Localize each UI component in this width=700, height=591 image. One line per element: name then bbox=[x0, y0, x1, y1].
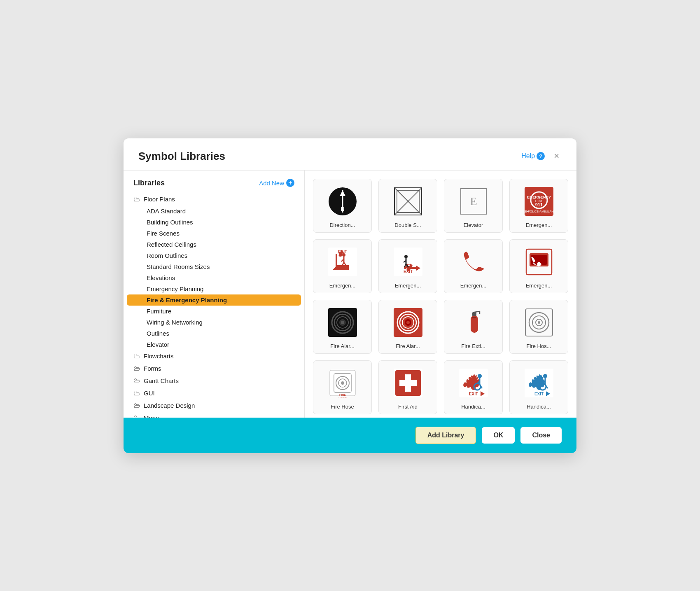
symbol-icon-fire-hose-reel bbox=[523, 306, 555, 339]
sidebar-item-outlines[interactable]: Outlines bbox=[124, 328, 304, 339]
symbol-icon-emergency-dial: EMERGENCY DIAL 911 FIRE•POLICE•AMBULANCE bbox=[523, 185, 555, 218]
svg-text:FIRE: FIRE bbox=[339, 393, 346, 396]
sidebar-item-fire-scenes[interactable]: Fire Scenes bbox=[124, 228, 304, 239]
symbol-card-fire-alarm-1[interactable]: Fire Alar... bbox=[313, 300, 372, 354]
symbol-icon-emergency-exit-2: EXIT bbox=[392, 245, 425, 278]
sidebar: Libraries Add New + 🗁Floor PlansADA Stan… bbox=[124, 171, 305, 418]
svg-point-48 bbox=[406, 321, 410, 324]
folder-icon: 🗁 bbox=[133, 377, 140, 385]
symbol-card-fire-alarm-2[interactable]: Fire Alar... bbox=[378, 300, 437, 354]
symbol-card-emergency-phone[interactable]: Emergen... bbox=[444, 239, 503, 293]
symbol-grid: N Direction... Double S... E Elevator bbox=[313, 179, 568, 414]
sidebar-item-ada-standard[interactable]: ADA Standard bbox=[124, 206, 304, 217]
symbol-icon-fire-alarm-1 bbox=[326, 306, 359, 339]
symbol-card-elevator[interactable]: E Elevator bbox=[444, 179, 503, 233]
svg-point-63 bbox=[341, 381, 344, 385]
header-right: Help ? × bbox=[521, 151, 562, 161]
symbol-icon-handicap-exit-2: EXIT bbox=[523, 367, 555, 399]
add-new-icon: + bbox=[286, 179, 294, 187]
svg-rect-53 bbox=[472, 317, 476, 318]
sidebar-item-standard-room-sizes[interactable]: Standard Rooms Sizes bbox=[124, 261, 304, 272]
symbol-card-fire-hose[interactable]: FIRE HOSE Fire Hose bbox=[313, 360, 372, 414]
libraries-title: Libraries bbox=[133, 179, 165, 187]
svg-point-79 bbox=[543, 374, 547, 378]
sidebar-item-reflected-ceilings[interactable]: Reflected Ceilings bbox=[124, 239, 304, 250]
folder-icon: 🗁 bbox=[133, 402, 140, 410]
symbol-label-fire-hose: Fire Hose bbox=[331, 404, 354, 410]
svg-rect-69 bbox=[399, 380, 417, 386]
symbol-card-direction[interactable]: N Direction... bbox=[313, 179, 372, 233]
svg-text:E: E bbox=[470, 195, 477, 208]
sidebar-item-forms[interactable]: 🗁Forms bbox=[124, 362, 304, 375]
folder-icon: 🗁 bbox=[133, 414, 140, 418]
close-button[interactable]: × bbox=[551, 151, 562, 161]
svg-point-28 bbox=[404, 255, 408, 258]
help-icon: ? bbox=[537, 152, 545, 160]
sidebar-item-building-outlines[interactable]: Building Outlines bbox=[124, 217, 304, 228]
svg-text:911: 911 bbox=[535, 202, 542, 207]
symbol-card-first-aid[interactable]: First Aid bbox=[378, 360, 437, 414]
symbol-card-emergency-exit-2[interactable]: EXIT Emergen... bbox=[378, 239, 437, 293]
symbol-label-direction: Direction... bbox=[329, 222, 355, 228]
symbol-label-first-aid: First Aid bbox=[398, 404, 418, 410]
symbol-card-emergency-exit-1[interactable]: EXIT Emergen... bbox=[313, 239, 372, 293]
folder-icon: 🗁 bbox=[133, 352, 140, 360]
folder-icon: 🗁 bbox=[133, 389, 140, 397]
symbol-icon-double-s bbox=[392, 185, 425, 218]
sidebar-item-maps[interactable]: 🗁Maps bbox=[124, 412, 304, 418]
symbol-label-emergency-exit-1: Emergen... bbox=[329, 283, 356, 289]
help-label: Help bbox=[521, 152, 535, 160]
sidebar-item-room-outlines[interactable]: Room Outlines bbox=[124, 250, 304, 261]
folder-icon: 🗁 bbox=[133, 195, 140, 203]
symbol-icon-fire-hose: FIRE HOSE bbox=[326, 367, 359, 399]
symbol-icon-emergency-telephone bbox=[523, 245, 555, 278]
svg-point-42 bbox=[341, 321, 344, 324]
sidebar-item-floor-plans[interactable]: 🗁Floor Plans bbox=[124, 193, 304, 206]
svg-point-71 bbox=[478, 374, 482, 378]
symbol-card-fire-extinguisher[interactable]: Fire Exti... bbox=[444, 300, 503, 354]
symbol-card-emergency-dial[interactable]: EMERGENCY DIAL 911 FIRE•POLICE•AMBULANCE… bbox=[509, 179, 568, 233]
tree-container: 🗁Floor PlansADA StandardBuilding Outline… bbox=[124, 193, 304, 418]
sidebar-item-elevations[interactable]: Elevations bbox=[124, 272, 304, 283]
sidebar-item-wiring-networking[interactable]: Wiring & Networking bbox=[124, 317, 304, 328]
add-library-button[interactable]: Add Library bbox=[415, 427, 476, 444]
folder-icon: 🗁 bbox=[133, 364, 140, 373]
ok-button[interactable]: OK bbox=[482, 427, 515, 444]
symbol-card-handicap-exit-1[interactable]: EXIT Handica... bbox=[444, 360, 503, 414]
sidebar-item-gui[interactable]: 🗁GUI bbox=[124, 387, 304, 399]
sidebar-item-landscape-design[interactable]: 🗁Landscape Design bbox=[124, 399, 304, 412]
svg-text:N: N bbox=[341, 206, 344, 212]
help-link[interactable]: Help ? bbox=[521, 152, 545, 160]
close-dialog-button[interactable]: Close bbox=[520, 427, 562, 444]
symbol-label-handicap-exit-1: Handica... bbox=[461, 404, 485, 410]
symbol-label-emergency-phone: Emergen... bbox=[460, 283, 487, 289]
svg-point-58 bbox=[538, 321, 540, 324]
add-new-button[interactable]: Add New + bbox=[259, 179, 294, 187]
sidebar-item-emergency-planning[interactable]: Emergency Planning bbox=[124, 283, 304, 294]
symbol-label-fire-alarm-1: Fire Alar... bbox=[330, 343, 355, 349]
svg-text:EXIT: EXIT bbox=[534, 392, 543, 396]
svg-text:EXIT: EXIT bbox=[469, 392, 478, 396]
symbol-card-double-s[interactable]: Double S... bbox=[378, 179, 437, 233]
symbol-label-handicap-exit-2: Handica... bbox=[527, 404, 551, 410]
symbol-label-double-s: Double S... bbox=[394, 222, 421, 228]
sidebar-header: Libraries Add New + bbox=[124, 179, 304, 193]
symbol-card-fire-hose-reel[interactable]: Fire Hos... bbox=[509, 300, 568, 354]
symbol-card-emergency-telephone[interactable]: Emergen... bbox=[509, 239, 568, 293]
svg-text:FIRE•POLICE•AMBULANCE: FIRE•POLICE•AMBULANCE bbox=[525, 210, 553, 213]
symbol-icon-direction: N bbox=[326, 185, 359, 218]
symbol-icon-fire-alarm-2 bbox=[392, 306, 425, 339]
dialog-footer: Add Library OK Close bbox=[124, 418, 576, 453]
dialog-title: Symbol Libraries bbox=[138, 150, 225, 163]
svg-point-21 bbox=[342, 253, 345, 257]
symbol-card-handicap-exit-2[interactable]: EXIT Handica... bbox=[509, 360, 568, 414]
sidebar-item-elevator[interactable]: Elevator bbox=[124, 339, 304, 350]
sidebar-item-flowcharts[interactable]: 🗁Flowcharts bbox=[124, 350, 304, 362]
symbol-icon-handicap-exit-1: EXIT bbox=[457, 367, 490, 399]
sidebar-item-fire-emergency-planning[interactable]: Fire & Emergency Planning bbox=[127, 294, 301, 306]
sidebar-item-gantt-charts[interactable]: 🗁Gantt Charts bbox=[124, 375, 304, 387]
symbol-label-emergency-telephone: Emergen... bbox=[526, 283, 552, 289]
symbol-libraries-dialog: Symbol Libraries Help ? × Libraries Add … bbox=[124, 138, 576, 453]
sidebar-item-furniture[interactable]: Furniture bbox=[124, 306, 304, 317]
symbol-grid-area: N Direction... Double S... E Elevator bbox=[305, 171, 576, 418]
